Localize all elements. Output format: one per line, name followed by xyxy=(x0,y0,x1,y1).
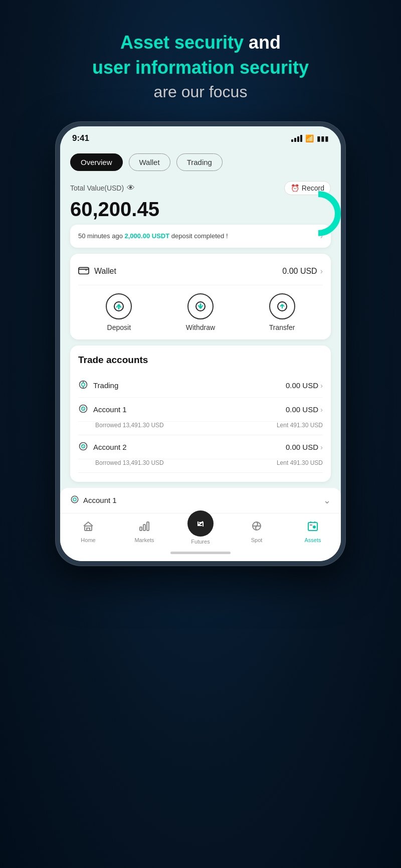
account-1-borrowed: Borrowed 13,491.30 USD xyxy=(95,422,164,429)
notification-text: 50 minutes ago 2,000.00 USDT deposit com… xyxy=(78,232,228,240)
main-content: Total Value(USD) 👁 ⏰ Record 60,200.45 xyxy=(60,175,341,482)
trading-left: Trading xyxy=(78,380,118,391)
account-2-icon xyxy=(78,441,88,453)
phone-screen: 9:41 📶 ▮▮▮ Overview Wallet Trading xyxy=(60,126,341,561)
account-2-row[interactable]: Account 2 0.00 USD › xyxy=(78,435,323,459)
nav-spot-label: Spot xyxy=(251,537,263,543)
status-icons: 📶 ▮▮▮ xyxy=(291,134,329,142)
hero-subtitle: are our focus xyxy=(92,83,309,101)
tab-bar: Overview Wallet Trading xyxy=(60,147,341,175)
trading-icon xyxy=(78,380,88,391)
bottom-account-row[interactable]: Account 1 ⌄ xyxy=(60,488,341,513)
tab-overview[interactable]: Overview xyxy=(70,153,123,171)
record-button[interactable]: ⏰ Record xyxy=(284,181,331,195)
history-icon: ⏰ xyxy=(291,184,299,192)
home-icon xyxy=(82,520,94,535)
total-amount: 60,200.45 xyxy=(70,198,331,221)
account-1-right: 0.00 USD › xyxy=(286,405,323,414)
account-2-section: Account 2 0.00 USD › Borrowed 13,491.30 … xyxy=(78,435,323,473)
account-1-chevron: › xyxy=(320,405,323,414)
svg-point-17 xyxy=(71,496,78,503)
transfer-button[interactable]: Transfer xyxy=(245,293,318,331)
battery-icon: ▮▮▮ xyxy=(317,134,329,142)
hero-section: Asset security and user information secu… xyxy=(62,0,339,121)
withdraw-label: Withdraw xyxy=(186,323,215,331)
wallet-label: Wallet xyxy=(94,267,116,276)
withdraw-icon: $ xyxy=(187,293,214,319)
nav-assets[interactable]: Assets xyxy=(285,520,341,543)
phone-frame: 9:41 📶 ▮▮▮ Overview Wallet Trading xyxy=(55,121,346,566)
hero-line1-normal: and xyxy=(244,32,281,53)
withdraw-button[interactable]: $ Withdraw xyxy=(164,293,237,331)
svg-rect-21 xyxy=(140,527,142,531)
home-indicator xyxy=(60,548,341,561)
svg-rect-20 xyxy=(87,528,90,531)
account-2-left: Account 2 xyxy=(78,441,127,453)
wallet-left: Wallet xyxy=(78,265,116,278)
wallet-right: 0.00 USD › xyxy=(282,267,323,276)
wallet-card: Wallet 0.00 USD › $ xyxy=(70,254,331,339)
account-2-lent: Lent 491.30 USD xyxy=(277,459,323,466)
account-1-icon xyxy=(78,404,88,415)
svg-point-27 xyxy=(313,526,316,529)
account-1-lent: Lent 491.30 USD xyxy=(277,422,323,429)
bottom-account-label: Account 1 xyxy=(70,495,117,505)
nav-spot[interactable]: Spot xyxy=(229,520,285,543)
transfer-icon xyxy=(269,293,295,319)
wifi-icon: 📶 xyxy=(305,134,314,142)
status-time: 9:41 xyxy=(72,133,89,143)
trade-accounts-section: Trade accounts Trading xyxy=(70,345,331,482)
trade-accounts-title: Trade accounts xyxy=(78,355,323,366)
account-2-details: Borrowed 13,491.30 USD Lent 491.30 USD xyxy=(78,459,323,473)
account-1-section: Account 1 0.00 USD › Borrowed 13,491.30 … xyxy=(78,398,323,435)
nav-assets-label: Assets xyxy=(304,537,321,543)
notification-amount: 2,000.00 USDT xyxy=(125,232,170,240)
svg-rect-22 xyxy=(143,525,145,531)
account-1-row[interactable]: Account 1 0.00 USD › xyxy=(78,398,323,422)
eye-icon[interactable]: 👁 xyxy=(127,184,135,193)
deposit-label: Deposit xyxy=(107,323,131,331)
markets-icon xyxy=(138,520,150,535)
futures-button[interactable] xyxy=(187,510,214,537)
wallet-icon xyxy=(78,265,89,278)
trading-right: 0.00 USD › xyxy=(286,381,323,390)
tab-wallet[interactable]: Wallet xyxy=(129,153,170,171)
account-2-chevron: › xyxy=(320,443,323,451)
deposit-button[interactable]: $ Deposit xyxy=(82,293,155,331)
trading-chevron: › xyxy=(320,381,323,390)
nav-futures[interactable]: Futures xyxy=(172,518,229,545)
signal-icon xyxy=(291,135,302,142)
nav-markets-label: Markets xyxy=(134,537,154,543)
account-2-borrowed: Borrowed 13,491.30 USD xyxy=(95,459,164,466)
assets-icon xyxy=(307,520,319,535)
bottom-account-icon xyxy=(70,495,79,505)
tab-trading[interactable]: Trading xyxy=(176,153,223,171)
hero-highlight-1: Asset security xyxy=(120,32,244,53)
spot-icon xyxy=(251,520,263,535)
trading-row[interactable]: Trading 0.00 USD › xyxy=(78,374,323,398)
action-buttons: $ Deposit $ xyxy=(78,285,323,331)
chevron-down-icon: ⌄ xyxy=(323,495,331,506)
home-indicator-bar xyxy=(170,552,231,554)
deposit-icon: $ xyxy=(106,293,132,319)
nav-bar: Home Markets xyxy=(60,513,341,548)
transfer-label: Transfer xyxy=(269,323,295,331)
svg-rect-26 xyxy=(308,523,317,531)
status-bar: 9:41 📶 ▮▮▮ xyxy=(60,126,341,147)
total-value-header: Total Value(USD) 👁 ⏰ Record xyxy=(70,181,331,195)
svg-point-10 xyxy=(82,383,85,386)
nav-futures-label: Futures xyxy=(191,539,210,545)
svg-rect-23 xyxy=(147,522,149,531)
wallet-chevron: › xyxy=(320,267,323,276)
nav-home[interactable]: Home xyxy=(60,520,116,543)
nav-markets[interactable]: Markets xyxy=(116,520,172,543)
total-value-label: Total Value(USD) 👁 xyxy=(70,184,135,193)
hero-highlight-2: user information security xyxy=(92,57,309,78)
account-1-left: Account 1 xyxy=(78,404,127,415)
account-1-details: Borrowed 13,491.30 USD Lent 491.30 USD xyxy=(78,422,323,435)
notification-bar[interactable]: 50 minutes ago 2,000.00 USDT deposit com… xyxy=(70,225,331,248)
svg-rect-0 xyxy=(79,267,89,274)
wallet-row[interactable]: Wallet 0.00 USD › xyxy=(78,262,323,285)
notification-chevron: › xyxy=(320,232,323,241)
svg-point-18 xyxy=(73,498,76,501)
